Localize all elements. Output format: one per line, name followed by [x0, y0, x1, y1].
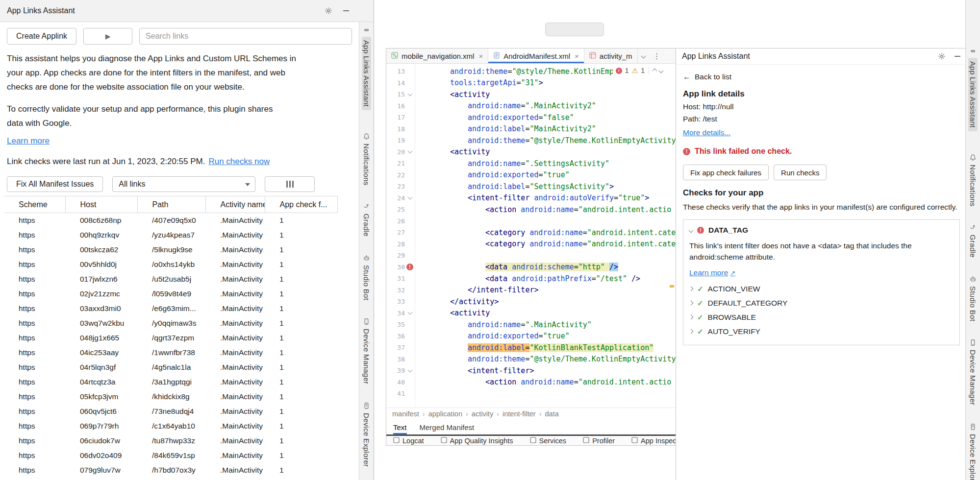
back-to-list-link[interactable]: ←Back to list: [683, 72, 731, 81]
tool-strip-item-notifications[interactable]: Notifications: [362, 133, 371, 186]
table-row[interactable]: https069p7r79rh/c1x64yab10.MainActivity1: [4, 419, 337, 433]
table-row[interactable]: https079g9luv7w/h7bd07ox3y.MainActivity1: [4, 463, 337, 478]
table-row[interactable]: https03wq7w2kbu/y0qqimaw3s.MainActivity1: [4, 316, 337, 331]
run-play-button[interactable]: ▶: [83, 28, 132, 45]
tool-strip-item-device-explorer[interactable]: Device Explorer: [969, 423, 977, 480]
tool-strip-item-device-explorer[interactable]: Device Explorer: [362, 402, 371, 467]
tool-strip-item-studio-bot[interactable]: Studio Bot: [362, 254, 371, 300]
settings-gear-icon[interactable]: [325, 7, 332, 15]
close-tab-icon[interactable]: ×: [478, 52, 483, 60]
tab-label: AndroidManifest.xml: [503, 52, 570, 60]
editor-tab-mobile-navigation-xml[interactable]: mobile_navigation.xml×: [386, 48, 488, 63]
close-tab-icon[interactable]: ×: [575, 52, 579, 60]
fix-app-check-failures-button[interactable]: Fix app check failures: [683, 165, 769, 180]
run-checks-button[interactable]: Run checks: [774, 165, 827, 180]
bottom-bar-item-logcat[interactable]: Logcat: [393, 437, 424, 445]
table-row[interactable]: https060qv5jct6/73ne8udqj4.MainActivity1: [4, 404, 337, 419]
table-row[interactable]: https06dv02o409/84k659v1sp.MainActivity1: [4, 448, 337, 463]
fold-chevron-icon[interactable]: [407, 149, 412, 154]
breadcrumb-activity[interactable]: activity: [472, 410, 493, 418]
column-header-path[interactable]: Path: [137, 196, 205, 213]
tool-strip-item-app-links-assistant[interactable]: ∞App Links Assistant: [362, 26, 371, 110]
fix-all-manifest-issues-button[interactable]: Fix All Manifest Issues: [7, 176, 103, 192]
table-row[interactable]: https04ic253aay/1wwnfbr738.MainActivity1: [4, 345, 337, 360]
tool-strip-item-notifications[interactable]: Notifications: [969, 154, 977, 207]
code-line-14: 14tools:targetApi="31">: [386, 77, 676, 89]
code-line-37: 37android:label="KotlinBlankTestApplicat…: [386, 342, 676, 354]
bottom-bar-item-app-inspection[interactable]: App Inspection: [631, 437, 676, 445]
view-tab-text[interactable]: Text: [393, 420, 407, 434]
check-row-data-tag[interactable]: ! DATA_TAG: [689, 226, 954, 235]
check-row-action-view[interactable]: ✓ACTION_VIEW: [689, 282, 954, 295]
minimize-icon[interactable]: [343, 10, 349, 11]
tool-strip-item-gradle[interactable]: Gradle: [969, 224, 977, 258]
table-row[interactable]: https048jg1x665/qgrt37ezpm.MainActivity1: [4, 331, 337, 345]
table-row[interactable]: https00v5hhld0j/o0xhs14ykb.MainActivity1: [4, 257, 337, 272]
view-tab-merged-manifest[interactable]: Merged Manifest: [420, 420, 475, 434]
editor-tab-androidmanifest-xml[interactable]: AndroidManifest.xml×: [488, 48, 584, 63]
line-number: 38: [386, 356, 405, 363]
editor-tab-activity-m[interactable]: activity_m: [584, 48, 638, 63]
app-links-icon: ∞: [971, 47, 975, 54]
code-editor[interactable]: 13android:theme="@style/Theme.KotlinEmp1…: [386, 64, 676, 408]
tool-strip-label: Device Explorer: [362, 413, 371, 467]
tool-strip-item-gradle[interactable]: Gradle: [362, 203, 371, 237]
check-row-auto-verify[interactable]: ✓AUTO_VERIFY: [689, 325, 954, 338]
more-details-link[interactable]: More details...: [683, 128, 730, 137]
prev-issue-chevron-icon[interactable]: [653, 68, 657, 73]
check-row-default-category[interactable]: ✓DEFAULT_CATEGORY: [689, 296, 954, 310]
table-row[interactable]: https008c6z68np/407e09q5x0.MainActivity1: [4, 213, 337, 228]
tool-strip-item-device-manager[interactable]: Device Manager: [362, 318, 371, 384]
divider: [649, 67, 649, 74]
bottom-bar-item-profiler[interactable]: Profiler: [583, 437, 615, 445]
table-row[interactable]: https00tskcza62/5lknugk9se.MainActivity1: [4, 242, 337, 257]
hidden-tabs-chevron-icon[interactable]: [638, 48, 649, 63]
table-row[interactable]: https03axxd3mi0/e6g63mim....MainActivity…: [4, 301, 337, 316]
search-links-input[interactable]: [139, 28, 352, 45]
tab-options-kebab-icon[interactable]: ⋮: [649, 48, 665, 63]
code-text: android:exported="true": [415, 170, 570, 179]
table-cell: /e6g63mim...: [137, 301, 205, 316]
create-applink-button[interactable]: Create Applink: [7, 28, 76, 45]
run-checks-now-link[interactable]: Run checks now: [208, 157, 270, 166]
inspections-widget[interactable]: ! 1 ⚠ 1: [613, 66, 666, 75]
table-row[interactable]: https05kfcp3jvm/khidckix8g.MainActivity1: [4, 389, 337, 404]
table-row[interactable]: https04r5lqn3gf/4g5nalc1la.MainActivity1: [4, 360, 337, 375]
columns-settings-button[interactable]: [265, 176, 315, 192]
breadcrumb-intent-filter[interactable]: intent-filter: [503, 410, 536, 418]
fold-chevron-icon[interactable]: [407, 310, 412, 315]
breadcrumb-application[interactable]: application: [428, 410, 462, 418]
column-header-activity-name[interactable]: Activity name: [205, 196, 265, 213]
tool-strip-item-device-manager[interactable]: Device Manager: [969, 339, 977, 405]
tool-strip-label: Notifications: [969, 165, 977, 207]
table-row[interactable]: https04rtcqtz3a/3a1hgptqgi.MainActivity1: [4, 375, 337, 389]
column-header-scheme[interactable]: Scheme: [4, 196, 65, 213]
data-tag-learn-more-link[interactable]: Learn more↗: [689, 268, 735, 277]
tool-strip-item-studio-bot[interactable]: Studio Bot: [969, 275, 977, 321]
next-issue-chevron-icon[interactable]: [659, 68, 664, 73]
fold-chevron-icon[interactable]: [407, 91, 412, 96]
bottom-bar-item-app-quality-insights[interactable]: App Quality Insights: [441, 437, 513, 445]
bottom-bar-item-services[interactable]: Services: [530, 437, 567, 445]
learn-more-link[interactable]: Learn more: [7, 136, 50, 146]
minimize-icon[interactable]: [955, 56, 960, 57]
links-filter-dropdown[interactable]: All links: [112, 176, 255, 192]
table-row[interactable]: https017jwlxzn6/u5t2usab5j.MainActivity1: [4, 272, 337, 287]
column-header-app-check-f[interactable]: App check f...: [265, 196, 337, 213]
code-line-20: 20<activity: [386, 146, 676, 158]
fold-chevron-icon[interactable]: [407, 367, 412, 372]
settings-gear-icon[interactable]: [938, 52, 946, 60]
column-header-host[interactable]: Host: [65, 196, 137, 213]
table-row[interactable]: https02jv21zzmc/l059v8t4e9.MainActivity1: [4, 287, 337, 301]
breadcrumb-manifest[interactable]: manifest: [392, 410, 419, 418]
tool-strip-item-app-links-assistant[interactable]: ∞App Links Assistant: [968, 47, 978, 131]
breadcrumb: manifest›application›activity›intent-fil…: [386, 408, 676, 420]
check-row-browsable[interactable]: ✓BROWSABLE: [689, 311, 954, 324]
fold-chevron-icon[interactable]: [407, 195, 412, 200]
table-row[interactable]: https00hq9zrkqv/yzu4kpeas7.MainActivity1: [4, 228, 337, 242]
left-window-toolbar: Create Applink ▶: [7, 28, 352, 45]
table-row[interactable]: https06ciudok7w/tu87hwp33z.MainActivity1: [4, 433, 337, 448]
code-line-26: 26: [386, 216, 676, 227]
breadcrumb-data[interactable]: data: [545, 410, 559, 418]
manifest-file-icon: [493, 52, 500, 60]
